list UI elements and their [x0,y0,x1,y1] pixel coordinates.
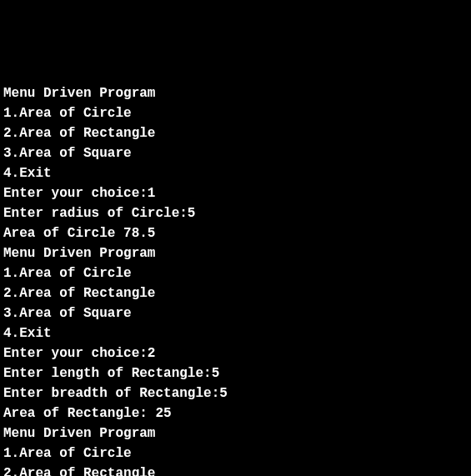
output-line: Enter your choice:1 [3,183,468,203]
output-line: Area of Rectangle: 25 [3,403,468,423]
output-line: Area of Circle 78.5 [3,223,468,243]
output-line: Enter breadth of Rectangle:5 [3,383,468,403]
output-line: Enter your choice:2 [3,343,468,363]
output-line: 4.Exit [3,323,468,343]
output-line: 2.Area of Rectangle [3,463,468,476]
output-line: 2.Area of Rectangle [3,283,468,303]
output-line: 1.Area of Circle [3,103,468,123]
output-line: Menu Driven Program [3,243,468,263]
output-line: Enter radius of Circle:5 [3,203,468,223]
output-line: Menu Driven Program [3,423,468,443]
output-line: 3.Area of Square [3,303,468,323]
output-line: 3.Area of Square [3,143,468,163]
output-line: 1.Area of Circle [3,263,468,283]
output-line: Menu Driven Program [3,83,468,103]
output-line: 4.Exit [3,163,468,183]
terminal-output: Menu Driven Program1.Area of Circle2.Are… [3,83,468,476]
output-line: 1.Area of Circle [3,443,468,463]
output-line: 2.Area of Rectangle [3,123,468,143]
output-line: Enter length of Rectangle:5 [3,363,468,383]
